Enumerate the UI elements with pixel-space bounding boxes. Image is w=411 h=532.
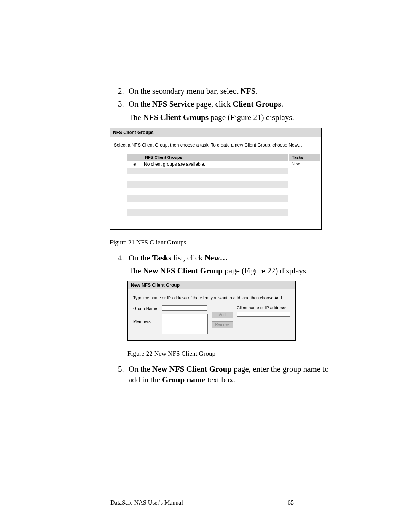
tasks-header: Tasks <box>289 154 320 161</box>
page-footer: DataSafe NAS User's Manual 65 <box>110 499 294 506</box>
instruction-list-continued: 4. On the Tasks list, click New… The New… <box>118 252 337 276</box>
document-page: 2. On the secondary menu bar, select NFS… <box>0 0 411 532</box>
table-row <box>127 216 288 222</box>
figure-21-title: NFS Client Groups <box>110 128 321 137</box>
step-number: 5. <box>118 364 129 385</box>
client-ip-block: Client name or IP address: <box>237 305 290 317</box>
form-labels: Group Name: Members: <box>133 305 159 324</box>
figure-22-caption: Figure 22 New NFS Client Group <box>127 350 337 358</box>
table-row <box>127 174 288 181</box>
figure-21-description: Select a NFS Client Group, then choose a… <box>110 137 321 154</box>
step-5: 5. On the New NFS Client Group page, ent… <box>118 364 337 385</box>
step-text: On the Tasks list, click New… <box>129 252 337 263</box>
figure-22-title: New NFS Client Group <box>128 281 295 289</box>
client-ip-label: Client name or IP address: <box>237 305 290 310</box>
table-row <box>127 209 288 216</box>
table-row <box>127 195 288 202</box>
table-row: ◉ No client groups are available. <box>127 161 288 168</box>
nfs-groups-header: NFS Client Groups <box>127 154 288 161</box>
members-listbox[interactable] <box>162 314 208 334</box>
page-number: 65 <box>288 499 294 506</box>
nfs-groups-column: NFS Client Groups ◉ No client groups are… <box>127 154 288 222</box>
figure-21-body: NFS Client Groups ◉ No client groups are… <box>110 154 321 229</box>
form-inputs <box>162 305 208 334</box>
step-text: On the NFS Service page, click Client Gr… <box>129 99 337 109</box>
step-4: 4. On the Tasks list, click New… <box>118 252 337 263</box>
form-buttons: Add Remove <box>211 305 234 328</box>
figure-22-body: Type the name or IP address of the clien… <box>128 289 295 340</box>
figure-22-panel: New NFS Client Group Type the name or IP… <box>127 281 296 341</box>
task-new-link[interactable]: New… <box>289 161 320 168</box>
step-number: 4. <box>118 252 129 263</box>
step-number: 3. <box>118 99 129 109</box>
figure-21-panel: NFS Client Groups Select a NFS Client Gr… <box>110 128 322 230</box>
client-ip-input[interactable] <box>237 312 290 317</box>
step-3-followup: The NFS Client Groups page (Figure 21) d… <box>129 112 337 123</box>
step-2: 2. On the secondary menu bar, select NFS… <box>118 86 337 96</box>
group-name-label: Group Name: <box>133 306 159 311</box>
add-button[interactable]: Add <box>212 312 233 318</box>
tasks-column: Tasks New… <box>289 154 320 222</box>
table-row <box>127 188 288 195</box>
step-number: 2. <box>118 86 129 96</box>
step-text: On the secondary menu bar, select NFS. <box>129 86 337 96</box>
step-3: 3. On the NFS Service page, click Client… <box>118 99 337 109</box>
figure-21-caption: Figure 21 NFS Client Groups <box>110 239 337 246</box>
figure-22-form-row: Group Name: Members: Add Remove Client n… <box>133 305 290 334</box>
row-text: No client groups are available. <box>142 161 288 168</box>
instruction-list-continued-2: 5. On the New NFS Client Group page, ent… <box>118 364 337 385</box>
footer-title: DataSafe NAS User's Manual <box>110 499 183 506</box>
figure-22-description: Type the name or IP address of the clien… <box>133 296 290 300</box>
group-name-input[interactable] <box>162 305 207 311</box>
members-label: Members: <box>133 319 159 324</box>
radio-selected-icon[interactable]: ◉ <box>127 161 142 168</box>
instruction-list: 2. On the secondary menu bar, select NFS… <box>118 86 337 123</box>
table-row <box>127 181 288 188</box>
step-4-followup: The New NFS Client Group page (Figure 22… <box>129 265 337 276</box>
table-row <box>127 168 288 174</box>
table-row <box>127 202 288 209</box>
remove-button[interactable]: Remove <box>212 321 233 328</box>
step-text: On the New NFS Client Group page, enter … <box>129 364 337 385</box>
